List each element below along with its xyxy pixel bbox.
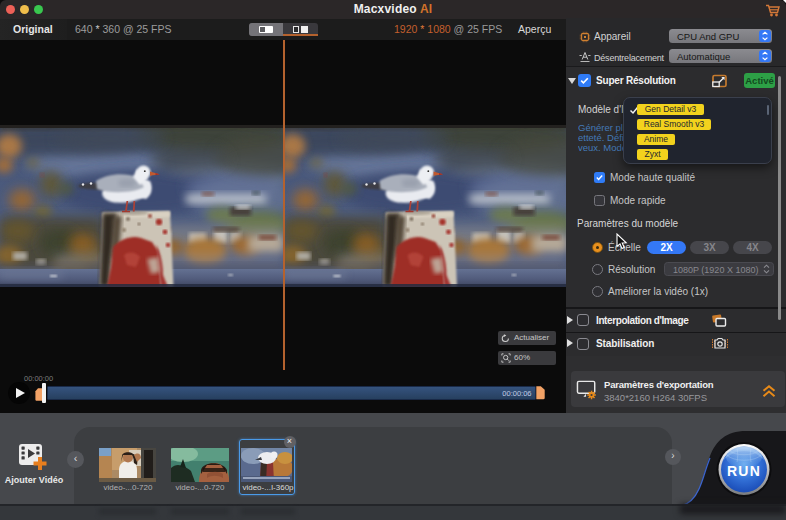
svg-text:RUN: RUN	[727, 463, 761, 479]
